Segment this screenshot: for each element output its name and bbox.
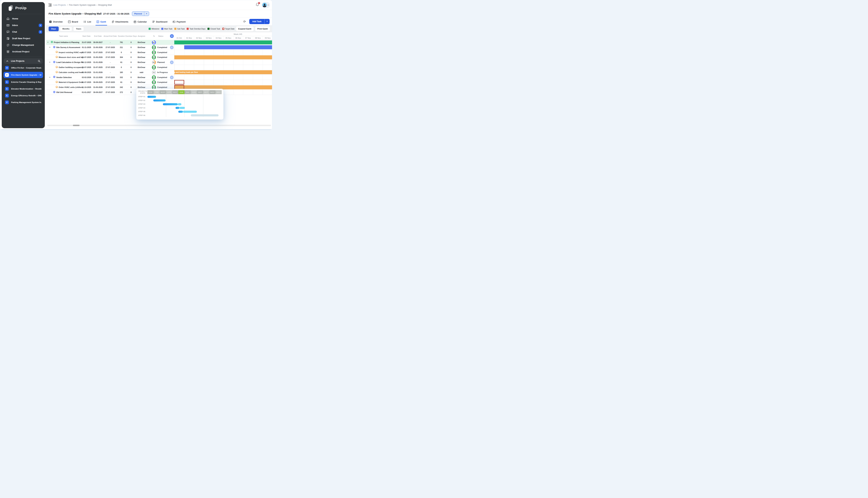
task-name[interactable]: Site Survey & Assessment — [56, 45, 80, 50]
task-name[interactable]: Project Initiation & Planning — [54, 40, 79, 45]
duration-cell: 332 — [120, 75, 123, 80]
archive-icon — [7, 50, 10, 53]
table-row[interactable]: ▾Project Initiation & Planning31-07-2025… — [46, 40, 272, 45]
refresh-icon[interactable]: ⟳ — [243, 20, 246, 23]
actual-cell: 27-07-2025 — [105, 55, 115, 60]
add-task-button[interactable]: Add Task ▼ — [249, 19, 270, 24]
task-name[interactable]: Vendor Selection — [56, 75, 72, 80]
collapse-sidebar-icon[interactable] — [48, 3, 52, 6]
sidebar-item-change-management[interactable]: Change Management — [2, 42, 45, 48]
overdue-cell: 0 — [130, 65, 131, 70]
progress-ring: 100% — [152, 45, 156, 50]
project-status-dropdown[interactable]: Planned ▼ — [132, 11, 149, 16]
task-name[interactable]: Calculate cooling and heati — [59, 70, 83, 75]
view-years-button[interactable]: Years — [73, 27, 84, 31]
sidebar-project-item[interactable]: EEnergy Efficiency Retrofit – Offic... — [3, 93, 43, 99]
task-name[interactable]: Old Unit Removal — [56, 90, 72, 95]
sidebar-item-label: Home — [12, 17, 18, 20]
expand-caret-icon[interactable]: ▾ — [50, 45, 50, 50]
tab-attachments[interactable]: Attachments — [111, 21, 129, 25]
sidebar-project-item[interactable]: OOffice Fit-Out – Corporate Head... — [3, 65, 43, 70]
status-cell: Completed — [157, 45, 167, 50]
sidebar-project-item[interactable]: PParking Management System In... — [3, 100, 43, 105]
sidebar-project-item[interactable]: FFire Alarm System Upgrade – Sh... — [3, 72, 43, 78]
tab-list[interactable]: List — [83, 21, 92, 25]
expand-caret-icon[interactable]: ▾ — [48, 40, 48, 45]
sidebar-item-live-projects[interactable]: Live Projects — [4, 58, 43, 64]
page-title: Fire Alarm System Upgrade – Shopping Mal… — [49, 12, 102, 15]
tab-label: List — [87, 21, 91, 23]
chevron-down-icon: ▼ — [144, 13, 149, 15]
tab-calendar[interactable]: Calendar — [133, 21, 148, 25]
task-name[interactable]: Material & Equipment Orde — [59, 80, 83, 85]
search-icon[interactable] — [38, 60, 40, 62]
gantt-bar[interactable] — [174, 55, 272, 59]
table-row[interactable]: Inspect existing HVAC equi31-07-202531-0… — [46, 50, 272, 55]
popup-month-feb: FEB — [154, 90, 160, 94]
notifications-button[interactable]: 0 — [256, 3, 259, 7]
tab-board[interactable]: Board — [67, 21, 79, 25]
sidebar-item-chat[interactable]: Chat0 — [2, 29, 45, 35]
gantt-row — [174, 50, 272, 55]
sidebar-item-home[interactable]: Home — [2, 15, 45, 22]
sidebar-item-inbox[interactable]: Inbox0 — [2, 22, 45, 29]
table-row[interactable]: ▾Vendor Selection02-02-202631-12-202627-… — [46, 75, 272, 80]
duration-cell: 211 — [120, 45, 123, 50]
table-row[interactable]: ▾Site Survey & Assessment01-11-202531-05… — [46, 45, 272, 50]
tab-dashboard[interactable]: Dashboard — [152, 21, 168, 25]
tab-gantt[interactable]: Gantt — [96, 21, 106, 25]
breadcrumb-root[interactable]: Live Projects — [53, 4, 66, 6]
draft-icon — [7, 37, 10, 40]
view-days-button[interactable]: Days — [49, 27, 59, 31]
sidebar-item-draft-new-project[interactable]: Draft New Project — [2, 35, 45, 42]
sidebar-project-item[interactable]: EElevator Modernization – Reside... — [3, 86, 43, 92]
gantt-bar[interactable]: cooling and heating loads per floor — [174, 70, 272, 74]
table-row[interactable]: ▾Load Calculation & Design Re01-12-20253… — [46, 60, 272, 65]
popup-step-bar — [163, 103, 178, 105]
table-row[interactable]: Material & Equipment Orde31-07-202530-09… — [46, 80, 272, 85]
expand-gantt-button[interactable]: Expand Gantt — [236, 26, 254, 31]
progress-ring: 88% — [152, 40, 156, 44]
table-row[interactable]: Measure duct sizes and lay31-07-202531-0… — [46, 55, 272, 60]
title-bar: Fire Alarm System Upgrade – Shopping Mal… — [46, 10, 272, 18]
calendar-icon — [134, 21, 136, 23]
task-name[interactable]: Order HVAC units (chillers, — [59, 85, 83, 90]
progress-ring: 100% — [152, 76, 156, 79]
table-row[interactable]: Calculate cooling and heati01-08-202531-… — [46, 70, 272, 75]
task-name[interactable]: Gather building occupancy — [59, 65, 83, 70]
horizontal-scrollbar[interactable] — [47, 125, 271, 126]
main-task-icon — [53, 91, 55, 94]
task-name[interactable]: Load Calculation & Design Re — [56, 60, 83, 65]
gantt-bar[interactable] — [174, 40, 272, 44]
project-steps-popup: PROJECT'S STEPS JANFEBMARAPRMAYJUNJULAUG… — [136, 89, 224, 119]
legend-label: Main Task — [164, 28, 173, 30]
actual-cell: - — [110, 60, 111, 65]
add-subtask-button[interactable]: + — [170, 45, 174, 49]
profile-menu[interactable]: ▾ — [261, 2, 270, 8]
scrollbar-thumb[interactable] — [73, 125, 79, 126]
view-months-button[interactable]: Months — [60, 27, 72, 31]
chevron-down-icon[interactable]: ▼ — [264, 19, 270, 24]
add-subtask-button[interactable]: + — [170, 76, 174, 79]
overdue-cell: 0 — [130, 75, 131, 80]
tab-payment[interactable]: Payment — [172, 21, 186, 25]
end-cell: 31-01-2026 — [93, 70, 103, 75]
start-cell: 02-02-2026 — [82, 75, 91, 80]
tab-overview[interactable]: Overview — [49, 21, 63, 25]
sidebar-item-archived-project[interactable]: Archived Project — [2, 48, 45, 55]
add-column-button[interactable]: + — [170, 34, 174, 38]
sidebar-project-item[interactable]: EExterior Facade Cleaning & Repa... — [3, 79, 43, 85]
add-task-label[interactable]: Add Task — [249, 19, 264, 24]
table-row[interactable]: Gather building occupancy31-07-202531-07… — [46, 65, 272, 70]
end-cell: 31-07-2025 — [93, 50, 103, 55]
target-date-box — [174, 80, 184, 84]
task-name[interactable]: Inspect existing HVAC equi — [59, 50, 83, 55]
task-name[interactable]: Measure duct sizes and lay — [59, 55, 83, 60]
print-gantt-button[interactable]: Print Gantt — [255, 26, 270, 31]
column-header: % — [153, 32, 155, 40]
attach-icon — [112, 21, 114, 23]
progress-ring: 100% — [152, 65, 156, 69]
expand-caret-icon[interactable]: ▾ — [50, 60, 50, 65]
expand-caret-icon[interactable]: ▾ — [50, 75, 50, 80]
gantt-bar[interactable] — [184, 45, 272, 49]
